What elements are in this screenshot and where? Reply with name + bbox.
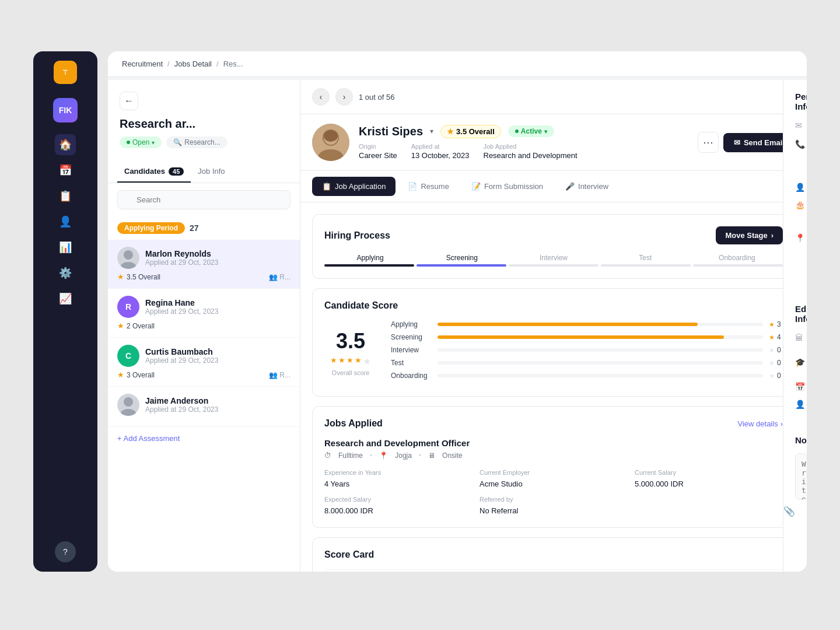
candidate-details: Kristi Sipes ▾ ★ 3.5 Overall Active ▾ Or…: [359, 125, 688, 160]
candidate-extra: 👥 R...: [269, 371, 290, 379]
tab-resume[interactable]: 📄 Resume: [398, 177, 459, 196]
modal-header: ‹ › 1 out of 56 ✕: [300, 80, 807, 114]
job-tag-fulltime: Fulltime: [338, 452, 363, 460]
jobs-applied-header: Jobs Applied View details ›: [324, 418, 783, 429]
candidate-card[interactable]: Jaime Anderson Applied at 29 Oct, 2023: [108, 387, 300, 427]
tab-form-submission[interactable]: 📝 Form Submission: [461, 177, 553, 196]
university-icon: 🏛: [795, 333, 803, 342]
breadcrumb-recruitment[interactable]: Recruitment: [122, 60, 163, 68]
attachment-tool[interactable]: 📎: [783, 506, 795, 517]
breadcrumb-sep-1: /: [167, 60, 170, 68]
meta-job-applied: Job Applied Research and Development: [484, 143, 578, 160]
applying-period-label: Applying Period: [117, 222, 185, 234]
sidebar-item-stats[interactable]: 📊: [55, 237, 76, 258]
step-interview: Interview: [508, 254, 599, 262]
step-bar-test: [601, 264, 691, 267]
badge-open[interactable]: Open ▾: [120, 136, 162, 148]
score-number: 3.5: [336, 329, 365, 354]
user-avatar[interactable]: FIK: [53, 98, 78, 123]
address-icon: 📍: [795, 233, 804, 243]
score-label: Overall score: [332, 369, 370, 376]
sidebar-item-people[interactable]: 👤: [55, 211, 76, 232]
arrow-icon: ›: [771, 231, 774, 240]
hiring-process-section: Hiring Process Move Stage › Applying Scr…: [312, 214, 795, 279]
candidate-modal: ‹ › 1 out of 56 ✕ Kristi Sipes ▾: [300, 80, 807, 572]
next-candidate-button[interactable]: ›: [335, 88, 353, 106]
interview-icon: 🎤: [565, 182, 575, 191]
candidate-name: Marlon Reynolds: [145, 249, 218, 258]
sidebar-item-calendar[interactable]: 📅: [55, 160, 76, 181]
job-tag-mode: Onsite: [442, 452, 463, 460]
tab-interview[interactable]: 🎤 Interview: [555, 177, 618, 196]
job-title: Research ar...: [120, 117, 288, 131]
candidate-avatar: C: [117, 345, 139, 367]
qualification-icon: 🎓: [795, 358, 804, 367]
candidate-score-title: Candidate Score: [324, 300, 398, 311]
breadcrumb-sep-2: /: [216, 60, 219, 68]
modal-body: Hiring Process Move Stage › Applying Scr…: [300, 202, 807, 572]
breadcrumb-jobs-detail[interactable]: Jobs Detail: [174, 60, 212, 68]
view-details-link[interactable]: View details ›: [738, 419, 783, 428]
right-panel: Personal Information ✉ Email Address kri…: [783, 80, 807, 572]
candidate-name: Curtis Baumbach: [145, 347, 218, 356]
gender-icon: 👤: [795, 183, 804, 192]
email-icon: ✉: [734, 138, 740, 147]
sidebar-item-settings[interactable]: ⚙️: [55, 262, 76, 284]
app-logo: ⊤️: [54, 61, 77, 84]
name-dropdown-arrow[interactable]: ▾: [430, 127, 433, 135]
tab-job-application[interactable]: 📋 Job Application: [312, 177, 396, 196]
candidate-score-section: Candidate Score 3.5 ★★★★★ Overall score …: [312, 288, 795, 397]
candidate-card[interactable]: Marlon Reynolds Applied at 29 Oct, 2023 …: [108, 240, 300, 289]
breadcrumb-current: Res...: [223, 60, 243, 68]
search-input[interactable]: [117, 190, 290, 209]
phone-icon: 📞: [795, 139, 804, 149]
referral-icon: 👤: [795, 400, 804, 409]
sidebar-item-analytics[interactable]: 📈: [55, 288, 76, 309]
candidate-rating: ★ 3.5 Overall: [117, 272, 160, 281]
candidate-extra: 👥 R...: [269, 273, 290, 281]
sidebar-item-recruitment[interactable]: 🏠: [55, 134, 76, 155]
detail-expected-salary: Expected Salary 8.000.000 IDR: [324, 496, 473, 516]
score-row-test: Test ★0: [391, 359, 783, 367]
help-button[interactable]: ?: [55, 541, 76, 562]
left-panel: ← Research ar... Open ▾ 🔍 Research... Ca…: [108, 80, 300, 572]
tab-candidates[interactable]: Candidates 45: [117, 161, 191, 183]
meta-applied-at: Applied at 13 October, 2023: [411, 143, 470, 160]
back-button[interactable]: ←: [120, 92, 138, 110]
step-screening: Screening: [416, 254, 508, 262]
candidate-card[interactable]: R Regina Hane Applied at 29 Oct, 2023 ★ …: [108, 289, 300, 338]
meta-origin: Origin Career Site: [359, 143, 397, 160]
candidate-photo: [312, 124, 349, 161]
score-label-applying: Applying: [391, 320, 432, 328]
applying-period: Applying Period 27: [108, 216, 300, 240]
notes-textarea[interactable]: [795, 453, 807, 500]
score-label-screening: Screening: [391, 333, 432, 341]
step-onboarding: Onboarding: [691, 254, 783, 262]
work-mode-icon: 🖥: [428, 452, 435, 460]
job-tag-location: Jogja: [395, 452, 412, 460]
move-stage-button[interactable]: Move Stage ›: [716, 226, 783, 244]
candidate-applied-date: Applied at 29 Oct, 2023: [145, 405, 218, 414]
resume-icon: 📄: [408, 182, 417, 191]
score-row-interview: Interview ★0: [391, 346, 783, 354]
candidate-meta: Origin Career Site Applied at 13 October…: [359, 143, 688, 160]
score-row-screening: Screening ★4: [391, 333, 783, 341]
badge-research: 🔍 Research...: [166, 136, 227, 148]
candidate-name-row: Kristi Sipes ▾ ★ 3.5 Overall Active ▾: [359, 125, 688, 138]
score-card-section: Score Card Relevant Education Refers to …: [312, 537, 795, 572]
candidates-tabs: Candidates 45 Job Info: [108, 161, 300, 183]
step-bar-onboarding: [693, 264, 783, 267]
more-options-button[interactable]: ⋯: [698, 132, 719, 153]
step-bar-interview: [509, 264, 598, 267]
form-icon: 📝: [471, 182, 481, 191]
candidate-card[interactable]: C Curtis Baumbach Applied at 29 Oct, 202…: [108, 338, 300, 387]
tab-job-info-label: Job Info: [198, 167, 225, 176]
score-label-interview: Interview: [391, 346, 432, 354]
step-bar-applying: [324, 264, 414, 267]
candidate-status[interactable]: Active ▾: [508, 125, 554, 137]
sidebar: ⊤️ FIK 🏠 📅 📋 👤 📊 ⚙️ 📈 ?: [33, 51, 97, 572]
prev-candidate-button[interactable]: ‹: [312, 88, 330, 106]
add-assessment-button[interactable]: + Add Assessment: [108, 427, 300, 450]
sidebar-item-jobs[interactable]: 📋: [55, 186, 76, 206]
tab-job-info[interactable]: Job Info: [191, 161, 232, 183]
